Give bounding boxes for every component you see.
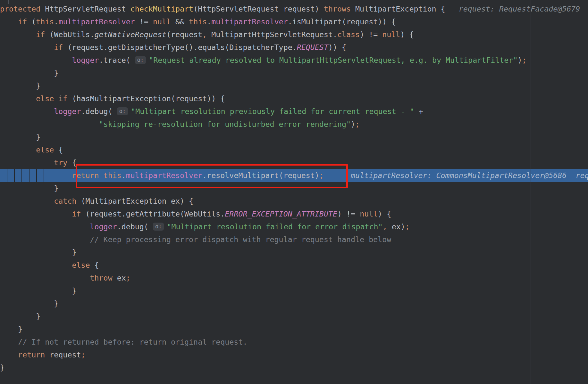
param-name-hint-badge: o: bbox=[117, 107, 128, 115]
code-token: return bbox=[18, 350, 45, 359]
code-token: class bbox=[337, 30, 360, 39]
code-line[interactable]: logger.trace( o:"Request already resolve… bbox=[0, 54, 588, 67]
code-token: != bbox=[135, 17, 153, 26]
code-token: if bbox=[72, 209, 81, 218]
code-token: (HttpServletRequest request) bbox=[193, 4, 324, 13]
code-token: } bbox=[36, 312, 40, 321]
string-literal: "Multipart resolution failed for error d… bbox=[167, 222, 382, 231]
debug-highlight-annotation-box bbox=[76, 164, 348, 188]
code-line[interactable]: if (this.multipartResolver != null && th… bbox=[0, 15, 588, 28]
code-token: (request.getAttribute(WebUtils. bbox=[81, 209, 225, 218]
code-token: .debug( bbox=[81, 107, 117, 116]
code-editor[interactable]: protected HttpServletRequest checkMultip… bbox=[0, 0, 588, 384]
code-line[interactable]: logger.debug( o:"Multipart resolution fa… bbox=[0, 220, 588, 233]
code-token: protected bbox=[0, 4, 45, 13]
code-token: else bbox=[72, 261, 90, 269]
code-token: if bbox=[54, 43, 63, 52]
code-line[interactable]: } bbox=[0, 361, 588, 374]
code-token: null bbox=[360, 209, 378, 218]
code-token: } bbox=[72, 286, 76, 295]
code-token: } bbox=[36, 133, 40, 141]
code-token: ERROR_EXCEPTION_ATTRIBUTE bbox=[225, 209, 337, 218]
code-token: (MultipartException ex) { bbox=[76, 197, 193, 205]
code-line[interactable]: protected HttpServletRequest checkMultip… bbox=[0, 3, 588, 15]
code-token: throw bbox=[90, 274, 113, 282]
code-token: ; bbox=[126, 274, 130, 282]
code-line[interactable]: catch (MultipartException ex) { bbox=[0, 195, 588, 208]
code-token: + bbox=[414, 107, 423, 116]
code-token: )) { bbox=[328, 43, 346, 52]
code-token bbox=[445, 4, 459, 13]
code-token: { bbox=[67, 158, 76, 167]
code-token: ex bbox=[113, 274, 126, 282]
code-line[interactable]: else { bbox=[0, 259, 588, 272]
code-token: } bbox=[0, 363, 4, 372]
code-line[interactable]: else { bbox=[0, 143, 588, 156]
code-token: .isMultipart(request)) { bbox=[288, 17, 396, 26]
code-line[interactable]: return request; bbox=[0, 348, 588, 361]
code-token: try bbox=[54, 158, 67, 167]
code-token: this bbox=[189, 17, 207, 26]
code-token: throws bbox=[324, 4, 351, 13]
debugger-inline-hint: req bbox=[575, 171, 588, 180]
code-token: ( bbox=[27, 17, 36, 26]
code-token: if bbox=[36, 30, 45, 39]
param-name-hint-badge: o: bbox=[153, 223, 164, 231]
code-line[interactable]: } bbox=[0, 67, 588, 79]
code-token: this bbox=[36, 17, 54, 26]
code-token: ) { bbox=[378, 209, 391, 218]
code-line[interactable]: // If not returned before: return origin… bbox=[0, 336, 588, 348]
code-token: && bbox=[171, 17, 189, 26]
code-line[interactable]: if (request.getAttribute(WebUtils.ERROR_… bbox=[0, 208, 588, 220]
code-token: request bbox=[45, 350, 81, 359]
code-token: multipartResolver bbox=[58, 17, 135, 26]
code-token: { bbox=[90, 261, 99, 269]
code-token: getNativeRequest bbox=[95, 30, 166, 39]
param-name-hint-badge: o: bbox=[135, 56, 146, 64]
code-token: REQUEST bbox=[297, 43, 328, 52]
code-token: } bbox=[36, 81, 40, 90]
code-line[interactable]: else if (hasMultipartException(request))… bbox=[0, 92, 588, 105]
string-literal: "Request already resolved to MultipartHt… bbox=[149, 56, 517, 64]
code-line[interactable]: logger.debug( o:"Multipart resolution pr… bbox=[0, 105, 588, 118]
code-token: ) != bbox=[360, 30, 382, 39]
code-token: (request.getDispatcherType().equals(Disp… bbox=[63, 43, 297, 52]
code-token: multipartResolver bbox=[211, 17, 288, 26]
code-token: ; bbox=[81, 350, 85, 359]
code-token: logger bbox=[54, 107, 81, 116]
code-token: ; bbox=[522, 56, 526, 64]
code-token: , bbox=[202, 30, 207, 39]
code-lines-container: protected HttpServletRequest checkMultip… bbox=[0, 3, 588, 374]
code-token: } bbox=[72, 248, 76, 257]
code-token: ) { bbox=[400, 30, 414, 39]
code-line[interactable]: } bbox=[0, 310, 588, 323]
code-line[interactable]: } bbox=[0, 79, 588, 92]
code-token: logger bbox=[90, 222, 117, 231]
code-token: .debug( bbox=[117, 222, 153, 231]
code-token: , bbox=[383, 222, 387, 231]
code-token: null bbox=[382, 30, 400, 39]
code-token: ) bbox=[517, 56, 522, 64]
code-token: (hasMultipartException(request)) { bbox=[67, 94, 225, 103]
code-token: MultipartException { bbox=[351, 4, 445, 13]
string-literal: "Multipart resolution previously failed … bbox=[131, 107, 414, 116]
code-line[interactable]: if (request.getDispatcherType().equals(D… bbox=[0, 41, 588, 54]
code-line[interactable]: } bbox=[0, 297, 588, 310]
code-line[interactable]: "skipping re-resolution for undisturbed … bbox=[0, 118, 588, 131]
code-line[interactable]: // Keep processing error dispatch with r… bbox=[0, 233, 588, 246]
debugger-inline-hint: multipartResolver: CommonsMultipartResol… bbox=[351, 171, 567, 180]
string-literal: "skipping re-resolution for undisturbed … bbox=[99, 120, 351, 128]
code-token: .trace( bbox=[99, 56, 135, 64]
code-token: null bbox=[153, 17, 171, 26]
code-line[interactable]: } bbox=[0, 246, 588, 259]
comment: // If not returned before: return origin… bbox=[18, 338, 247, 346]
code-token: { bbox=[54, 145, 63, 154]
code-line[interactable]: } bbox=[0, 284, 588, 297]
code-token: checkMultipart bbox=[130, 4, 193, 13]
code-token: (WebUtils. bbox=[45, 30, 94, 39]
code-line[interactable]: throw ex; bbox=[0, 272, 588, 284]
code-line[interactable]: if (WebUtils.getNativeRequest(request, M… bbox=[0, 28, 588, 41]
code-line[interactable]: } bbox=[0, 323, 588, 336]
code-line[interactable]: } bbox=[0, 131, 588, 143]
code-token: ) bbox=[351, 120, 355, 128]
